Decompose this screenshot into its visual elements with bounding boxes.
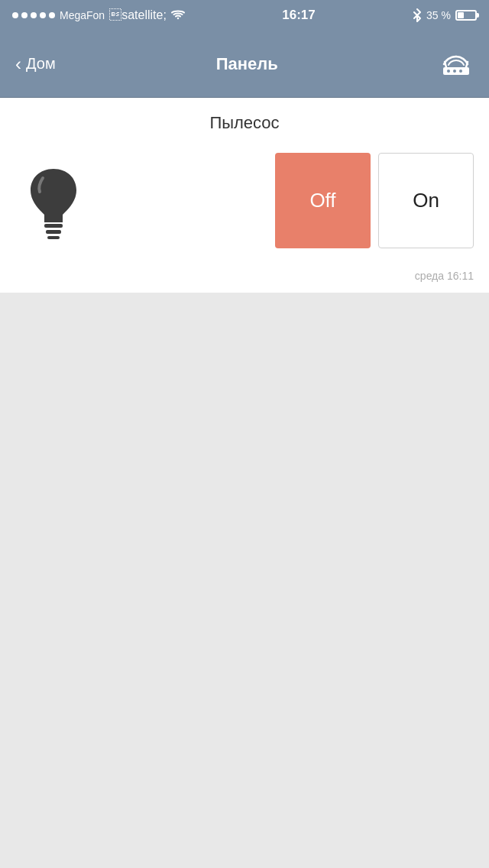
wifi-icon <box>171 10 185 21</box>
battery-indicator <box>455 10 477 21</box>
nav-right-area <box>439 50 474 78</box>
lightbulb-icon <box>23 163 84 239</box>
control-buttons: Off On <box>275 153 474 248</box>
svg-rect-6 <box>44 224 63 228</box>
status-right: 35 % <box>413 8 477 22</box>
svg-line-4 <box>445 62 446 67</box>
bulb-icon-container <box>15 155 92 247</box>
svg-point-2 <box>453 70 456 73</box>
chevron-left-icon: ‹ <box>15 55 21 73</box>
card-content: Off On <box>0 145 489 264</box>
svg-rect-7 <box>46 230 61 234</box>
back-label: Дом <box>26 55 56 73</box>
signal-dot <box>12 12 18 18</box>
nav-bar: ‹ Дом Панель <box>0 31 489 98</box>
bluetooth-icon <box>413 8 422 22</box>
signal-dot <box>31 12 37 18</box>
svg-point-3 <box>459 70 462 73</box>
nav-title: Панель <box>216 54 278 74</box>
signal-dot <box>40 12 46 18</box>
status-bar: MegaFon satellite; 16:17 35 % <box>0 0 489 31</box>
carrier-label: MegaFon <box>60 9 105 21</box>
empty-area <box>0 293 489 868</box>
battery-fill <box>458 12 464 18</box>
signal-dot <box>49 12 55 18</box>
device-name: Пылесос <box>0 98 489 145</box>
on-button[interactable]: On <box>378 153 474 248</box>
back-button[interactable]: ‹ Дом <box>15 55 56 73</box>
router-icon <box>439 50 474 78</box>
signal-dot <box>21 12 28 18</box>
wifi-status-icon: satellite; <box>109 8 167 22</box>
device-card: Пылесос Off On среда 16:11 <box>0 98 489 293</box>
timestamp: среда 16:11 <box>0 264 489 293</box>
battery-percent: 35 % <box>426 9 451 21</box>
svg-rect-8 <box>47 236 60 239</box>
battery-shell <box>455 10 477 21</box>
off-button[interactable]: Off <box>275 153 371 248</box>
status-time: 16:17 <box>282 8 315 23</box>
status-left: MegaFon satellite; <box>12 8 185 22</box>
svg-point-1 <box>447 70 450 73</box>
signal-dots <box>12 12 55 18</box>
